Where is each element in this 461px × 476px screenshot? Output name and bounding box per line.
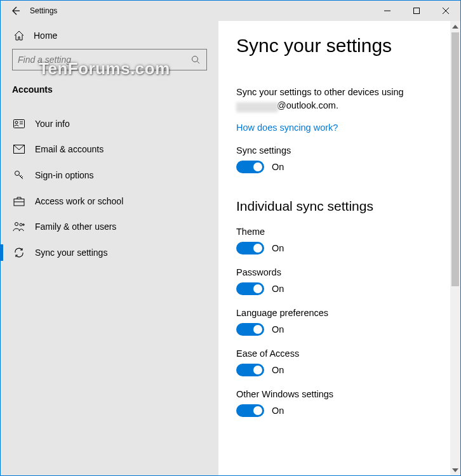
svg-point-13: [15, 223, 18, 226]
passwords-toggle[interactable]: [236, 282, 264, 295]
redacted-email-user: [236, 102, 278, 112]
theme-label: Theme: [236, 227, 438, 237]
main-content: Sync your settings Sync your settings to…: [218, 21, 450, 475]
home-icon: [12, 30, 26, 41]
window-title: Settings: [30, 6, 57, 15]
titlebar: Settings: [1, 1, 460, 21]
briefcase-icon: [12, 196, 26, 206]
page-title: Sync your settings: [236, 35, 438, 56]
sidebar-item-label: Email & accounts: [35, 144, 104, 154]
toggle-state: On: [272, 284, 284, 294]
sidebar-item-signin-options[interactable]: Sign-in options: [1, 162, 218, 188]
sidebar-section-title: Accounts: [1, 82, 218, 106]
svg-point-4: [192, 56, 198, 62]
desc-suffix: @outlook.com.: [277, 100, 338, 110]
family-icon: [12, 221, 26, 232]
ease-of-access-label: Ease of Access: [236, 348, 438, 359]
sidebar-item-label: Family & other users: [35, 221, 116, 232]
sidebar-item-email-accounts[interactable]: Email & accounts: [1, 136, 218, 162]
toggle-state: On: [272, 243, 284, 253]
individual-sync-heading: Individual sync settings: [236, 199, 438, 214]
search-icon: [190, 55, 201, 64]
sync-description: Sync your settings to other devices usin…: [236, 86, 438, 112]
nav-home-label: Home: [34, 30, 57, 41]
close-button[interactable]: [431, 1, 460, 21]
sidebar-item-label: Sync your settings: [35, 248, 107, 258]
scrollbar[interactable]: [450, 21, 460, 475]
scrollbar-thumb[interactable]: [451, 32, 459, 286]
sidebar-item-your-info[interactable]: Your info: [1, 111, 218, 136]
svg-point-11: [15, 171, 20, 176]
sidebar-nav: Your info Email & accounts Sign-in optio…: [1, 106, 218, 266]
sidebar-item-label: Sign-in options: [35, 170, 94, 180]
svg-point-14: [20, 223, 22, 226]
ease-of-access-toggle[interactable]: [236, 364, 264, 376]
user-card-icon: [12, 119, 26, 128]
sidebar-item-family-users[interactable]: Family & other users: [1, 214, 218, 239]
svg-rect-1: [414, 8, 420, 14]
sidebar-item-access-work-school[interactable]: Access work or school: [1, 188, 218, 214]
theme-toggle[interactable]: [236, 242, 264, 255]
other-windows-settings-label: Other Windows settings: [236, 389, 438, 399]
toggle-state: On: [272, 162, 284, 172]
svg-line-5: [197, 62, 200, 64]
scroll-down-button[interactable]: [450, 465, 460, 475]
nav-home[interactable]: Home: [1, 21, 218, 49]
desc-prefix: Sync your settings to other devices usin…: [236, 87, 404, 97]
toggle-state: On: [272, 406, 284, 416]
other-windows-settings-toggle[interactable]: [236, 404, 264, 417]
sync-settings-toggle[interactable]: [236, 161, 264, 173]
toggle-state: On: [272, 324, 284, 334]
sidebar-item-label: Access work or school: [35, 196, 123, 206]
back-button[interactable]: [1, 1, 30, 21]
toggle-state: On: [272, 365, 284, 375]
key-icon: [12, 169, 26, 181]
sidebar-item-label: Your info: [35, 119, 70, 129]
scroll-up-button[interactable]: [450, 21, 460, 32]
passwords-label: Passwords: [236, 267, 438, 277]
how-syncing-works-link[interactable]: How does syncing work?: [236, 122, 438, 133]
sync-icon: [12, 247, 26, 258]
svg-rect-12: [14, 199, 24, 206]
maximize-button[interactable]: [402, 1, 431, 21]
search-input[interactable]: [18, 55, 190, 65]
search-box[interactable]: [12, 49, 207, 70]
mail-icon: [12, 145, 26, 154]
language-prefs-toggle[interactable]: [236, 323, 264, 336]
svg-point-7: [15, 121, 18, 124]
sidebar: Home Accounts Your info Emai: [1, 21, 218, 475]
language-prefs-label: Language preferences: [236, 308, 438, 318]
sidebar-item-sync-settings[interactable]: Sync your settings: [1, 239, 218, 266]
minimize-button[interactable]: [373, 1, 402, 21]
sync-settings-label: Sync settings: [236, 145, 438, 155]
